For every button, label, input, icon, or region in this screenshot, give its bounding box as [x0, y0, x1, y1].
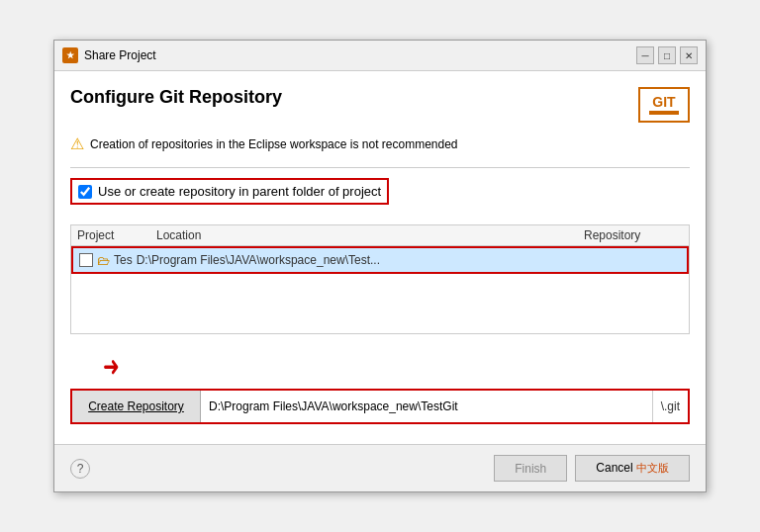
share-project-dialog: ★ Share Project ─ □ ✕ Configure Git Repo…: [53, 40, 707, 492]
minimize-button[interactable]: ─: [636, 46, 654, 64]
checkbox-row-wrapper: Use or create repository in parent folde…: [70, 178, 690, 215]
title-controls: ─ □ ✕: [636, 46, 698, 64]
warning-row: ⚠ Creation of repositories in the Eclips…: [70, 134, 690, 153]
title-bar-left: ★ Share Project: [62, 47, 156, 63]
row-checkbox[interactable]: [79, 253, 93, 267]
dialog-icon: ★: [62, 47, 78, 63]
project-table: Project Location Repository 🗁 Tes D:\Pro…: [70, 224, 690, 334]
footer-right: Finish Cancel 中文版: [494, 455, 690, 482]
warning-icon: ⚠: [70, 134, 84, 153]
col-header-location: Location: [156, 228, 584, 242]
chinese-label: 中文版: [636, 462, 669, 474]
arrow-icon: ➜: [103, 350, 119, 383]
dialog-header: Configure Git Repository GIT: [70, 87, 690, 123]
footer-left: ?: [70, 459, 90, 479]
table-empty-area: [71, 274, 689, 333]
close-button[interactable]: ✕: [680, 46, 698, 64]
checkbox-container: Use or create repository in parent folde…: [70, 178, 389, 205]
title-bar: ★ Share Project ─ □ ✕: [54, 41, 706, 71]
finish-button[interactable]: Finish: [494, 455, 567, 482]
help-button[interactable]: ?: [70, 459, 90, 479]
create-repository-button[interactable]: Create Repository: [72, 391, 201, 422]
create-repo-section: Create Repository \.git: [70, 389, 690, 424]
col-header-project: Project: [77, 228, 156, 242]
dialog-footer: ? Finish Cancel 中文版: [54, 444, 706, 491]
dialog-body: Configure Git Repository GIT ⚠ Creation …: [54, 71, 706, 444]
folder-icon: 🗁: [97, 253, 110, 268]
row-location: D:\Program Files\JAVA\workspace_new\Test…: [137, 253, 380, 267]
git-logo: GIT: [638, 87, 690, 123]
warning-text: Creation of repositories in the Eclipse …: [90, 137, 458, 151]
parent-folder-checkbox[interactable]: [78, 185, 92, 199]
git-suffix: \.git: [652, 391, 688, 422]
maximize-button[interactable]: □: [658, 46, 676, 64]
arrow-row: ➜: [70, 344, 690, 389]
separator: [70, 167, 690, 168]
git-logo-bar: [649, 111, 679, 115]
cancel-button[interactable]: Cancel 中文版: [575, 455, 690, 482]
git-logo-text: GIT: [652, 95, 675, 109]
table-header: Project Location Repository: [71, 225, 689, 246]
configure-title: Configure Git Repository: [70, 87, 282, 108]
checkbox-label: Use or create repository in parent folde…: [98, 184, 381, 199]
col-header-repository: Repository: [584, 228, 683, 242]
dialog-title: Share Project: [84, 48, 156, 62]
row-project-name: Tes: [114, 253, 133, 267]
table-row[interactable]: 🗁 Tes D:\Program Files\JAVA\workspace_ne…: [71, 246, 689, 274]
repository-path-input[interactable]: [201, 391, 652, 422]
